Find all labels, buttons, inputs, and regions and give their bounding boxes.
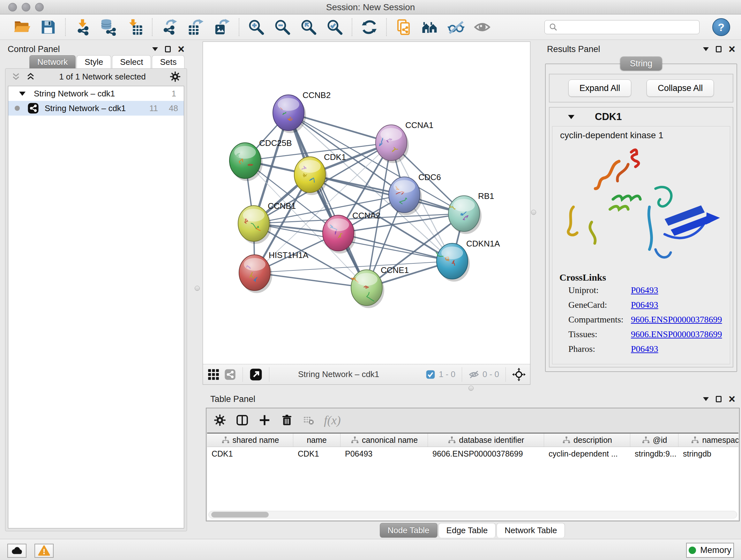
column-header-namespace[interactable]: namespace [678, 434, 738, 447]
import-table-from-file-button[interactable] [122, 17, 148, 38]
window-close-button[interactable] [8, 3, 17, 11]
window-zoom-button[interactable] [35, 3, 44, 11]
panel-menu-icon[interactable] [152, 47, 158, 51]
import-network-from-file-button[interactable] [70, 17, 96, 38]
panel-menu-icon[interactable] [703, 397, 709, 401]
function-builder-icon[interactable]: f(x) [324, 413, 341, 427]
network-node[interactable]: CDC6 [389, 172, 441, 215]
zoom-selected-button[interactable] [322, 17, 348, 38]
memory-button[interactable]: Memory [686, 543, 734, 558]
detach-view-icon[interactable] [249, 368, 263, 381]
window-minimize-button[interactable] [22, 3, 30, 11]
refresh-view-button[interactable] [356, 17, 382, 38]
horizontal-scrollbar[interactable] [208, 511, 737, 518]
copy-network-button[interactable] [391, 17, 417, 38]
search-input[interactable] [561, 22, 695, 32]
column-header-shared-name[interactable]: shared name [207, 434, 293, 447]
splitter-handle[interactable] [531, 210, 536, 215]
birds-eye-crosshair-icon[interactable] [512, 368, 526, 381]
zoom-fit-content-button[interactable] [295, 17, 322, 38]
column-header-description[interactable]: description [544, 434, 630, 447]
expand-all-button[interactable]: Expand All [568, 79, 631, 97]
table-panel: Table Panel × f(x) shared namenamecanoni… [206, 392, 740, 538]
panel-float-icon[interactable] [716, 396, 722, 402]
column-header-canonical-name[interactable]: canonical name [340, 434, 428, 447]
collapse-all-networks-icon[interactable] [11, 72, 21, 81]
network-node[interactable]: RB1 [448, 191, 494, 234]
zoom-out-button[interactable] [269, 17, 295, 38]
hide-glasses-button[interactable] [443, 17, 469, 38]
panel-close-icon[interactable]: × [178, 44, 185, 54]
tab-edge-table[interactable]: Edge Table [439, 523, 496, 538]
string-home-button[interactable] [417, 17, 443, 38]
export-image-button[interactable] [209, 17, 235, 38]
warning-status-button[interactable] [35, 544, 54, 558]
crosslink-link[interactable]: 9606.ENSP00000378699 [631, 314, 722, 325]
network-edge[interactable] [288, 113, 367, 288]
table-options-gear-icon[interactable] [213, 414, 226, 427]
help-button[interactable]: ? [712, 18, 730, 36]
delete-column-trash-icon[interactable] [280, 414, 293, 427]
crosslink-link[interactable]: P06493 [631, 300, 658, 310]
export-network-button[interactable] [156, 17, 183, 38]
collapse-all-button[interactable]: Collapse All [647, 79, 714, 97]
open-session-button[interactable] [9, 17, 35, 38]
crosslink-link[interactable]: 9606.ENSP00000378699 [631, 329, 722, 339]
hidden-eye-slash-icon[interactable] [468, 369, 479, 380]
cloud-status-button[interactable] [7, 544, 26, 558]
network-node[interactable]: CCNE1 [351, 265, 409, 308]
create-column-icon[interactable] [258, 414, 271, 427]
tab-select[interactable]: Select [112, 55, 151, 69]
network-options-gear-icon[interactable] [170, 71, 181, 82]
network-node[interactable]: CCNA1 [376, 120, 433, 163]
tab-string[interactable]: String [620, 57, 662, 71]
column-header-database-identifier[interactable]: database identifier [428, 434, 544, 447]
panel-float-icon[interactable] [716, 46, 722, 52]
tree-expander-icon[interactable] [19, 91, 25, 96]
splitter-handle[interactable] [195, 286, 200, 291]
crosslinks-list: Uniprot:P06493GeneCard:P06493Compartment… [552, 283, 730, 356]
table-row[interactable]: CDK1CDK1P064939606.ENSP00000378699cyclin… [207, 447, 738, 460]
network-row-selected[interactable]: String Network – cdk1 11 48 [8, 101, 184, 116]
panel-float-icon[interactable] [165, 46, 171, 52]
tab-node-table[interactable]: Node Table [380, 523, 437, 538]
network-node[interactable]: CCNB1 [238, 201, 296, 244]
crosslink-row: Pharos:P06493 [552, 341, 730, 356]
import-network-from-database-button[interactable] [96, 17, 122, 38]
network-collection-row[interactable]: String Network – cdk1 1 [8, 86, 184, 101]
entry-header[interactable]: CDK1 [549, 108, 733, 126]
table-cell: stringdb [678, 449, 738, 458]
eye-icon [474, 18, 491, 36]
scrollbar-thumb[interactable] [211, 512, 269, 517]
tab-network-table[interactable]: Network Table [496, 523, 565, 538]
panel-close-icon[interactable]: × [729, 44, 735, 54]
network-node[interactable]: CCNA2 [323, 211, 381, 253]
crosslink-row: Uniprot:P06493 [552, 283, 730, 298]
tab-sets[interactable]: Sets [152, 55, 185, 69]
control-panel: Control Panel × NetworkStyleSelectSets 1… [3, 43, 189, 531]
show-columns-icon[interactable] [236, 414, 249, 427]
selected-checkbox-icon[interactable] [425, 369, 435, 380]
splitter-handle[interactable] [468, 386, 474, 391]
network-node[interactable]: CDC25B [229, 138, 292, 181]
network-node[interactable]: CCNB2 [273, 90, 331, 133]
grid-view-icon[interactable] [207, 368, 219, 381]
entry-expander-icon[interactable] [568, 115, 575, 119]
crosslink-link[interactable]: P06493 [631, 285, 658, 295]
show-eye-button[interactable] [469, 17, 495, 38]
column-header-name[interactable]: name [293, 434, 340, 447]
export-table-button[interactable] [183, 17, 209, 38]
panel-menu-icon[interactable] [703, 47, 709, 51]
save-session-button[interactable] [35, 17, 61, 38]
column-header--id[interactable]: @id [630, 434, 678, 447]
network-share-gray-icon[interactable] [224, 368, 236, 381]
tab-network[interactable]: Network [29, 55, 76, 69]
zoom-in-button[interactable] [243, 17, 269, 38]
network-node[interactable]: CDKN1A [436, 239, 500, 282]
expand-all-networks-icon[interactable] [26, 72, 36, 81]
panel-close-icon[interactable]: × [729, 394, 735, 404]
crosslink-link[interactable]: P06493 [631, 344, 658, 354]
network-canvas[interactable]: CCNB2CCNA1CDC25BCDK1CDC6RB1CCNB1CCNA2CDK… [203, 42, 530, 364]
delete-table-icon[interactable] [303, 415, 314, 426]
tab-style[interactable]: Style [77, 55, 111, 69]
